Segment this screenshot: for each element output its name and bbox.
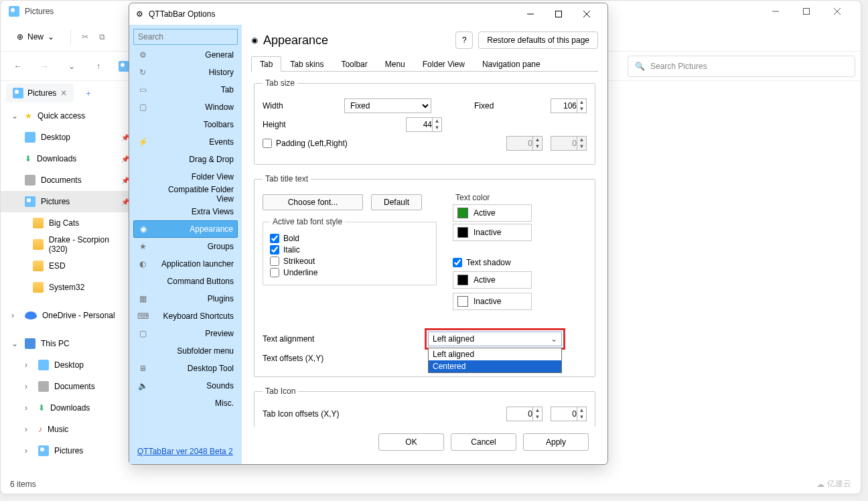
new-menu[interactable]: ⊕ New ⌄ (11, 29, 60, 44)
width-mode-select[interactable]: Fixed (344, 98, 431, 113)
close-button[interactable] (822, 1, 853, 21)
folder-icon (33, 239, 44, 250)
chevron-right-icon: › (25, 382, 33, 391)
italic-checkbox[interactable]: Italic (270, 245, 429, 255)
color-swatch-black (457, 275, 468, 285)
subtab-menu[interactable]: Menu (376, 56, 414, 72)
download-icon: ⬇ (25, 154, 31, 163)
tree-item[interactable]: Documents📌 (1, 169, 135, 191)
text-shadow-checkbox[interactable]: Text shadow (453, 258, 532, 267)
option-centered[interactable]: Centered (429, 360, 561, 372)
copy-icon[interactable]: ⧉ (99, 32, 105, 42)
icon-offset-y-spinner[interactable]: ▲▼ (551, 407, 587, 421)
tree-this-pc[interactable]: ⌄ This PC (1, 333, 135, 354)
restore-defaults-button[interactable]: Restore defaults of this page (478, 31, 598, 49)
tree-item-label: Downloads (50, 403, 90, 413)
pc-icon (25, 338, 35, 349)
category-sounds[interactable]: 🔈Sounds (133, 377, 238, 395)
dialog-maximize-button[interactable] (545, 5, 573, 23)
version-link[interactable]: QTTabBar ver 2048 Beta 2 (133, 443, 238, 460)
folder-icon (33, 261, 44, 271)
category-extra-views[interactable]: Extra Views (133, 203, 238, 220)
tab-size-group: Tab size Width Fixed Fixed ▲▼ Height ▲▼ (254, 78, 595, 165)
category-toolbars[interactable]: Toolbars (133, 116, 238, 133)
help-button[interactable]: ? (455, 31, 473, 49)
inactive-shadow-color[interactable]: Inactive (453, 293, 532, 310)
recent-button[interactable]: ⌄ (60, 54, 84, 78)
text-alignment-combobox[interactable]: Left aligned ⌄ (428, 332, 562, 346)
category-subfolder-menu[interactable]: Subfolder menu (133, 342, 238, 360)
back-button[interactable]: ← (6, 54, 30, 78)
category-application-launcher[interactable]: ◐Application launcher (133, 255, 238, 273)
category-misc-[interactable]: Misc. (133, 395, 238, 412)
category-history[interactable]: ↻History (133, 64, 238, 81)
category-window[interactable]: ▢Window (133, 98, 238, 116)
tree-item[interactable]: ›Documents (1, 376, 135, 397)
fixed-width-spinner[interactable]: ▲▼ (551, 98, 587, 113)
active-text-color[interactable]: Active (453, 204, 532, 222)
cancel-button[interactable]: Cancel (451, 433, 516, 451)
underline-checkbox[interactable]: Underline (270, 268, 429, 277)
subtabs: TabTab skinsToolbarMenuFolder ViewNaviga… (251, 54, 598, 72)
category-command-buttons[interactable]: Command Buttons (133, 273, 238, 290)
eye-icon: ◉ (251, 35, 258, 45)
default-font-button[interactable]: Default (371, 194, 422, 210)
option-left-aligned[interactable]: Left aligned (429, 348, 561, 360)
tree-item[interactable]: Pictures📌 (1, 191, 135, 212)
tree-item[interactable]: ⬇Downloads📌 (1, 148, 135, 169)
category-plugins[interactable]: ▦Plugins (133, 290, 238, 307)
height-spinner[interactable]: ▲▼ (406, 117, 442, 132)
category-desktop-tool[interactable]: 🖥Desktop Tool (133, 360, 238, 377)
category-events[interactable]: ⚡Events (133, 133, 238, 151)
tree-item[interactable]: ESD (1, 255, 135, 277)
tree-quick-access[interactable]: ⌄ ★ Quick access (1, 105, 135, 127)
tree-item[interactable]: System32 (1, 277, 135, 298)
cut-icon[interactable]: ✂ (82, 32, 88, 42)
tree-item-label: ESD (49, 261, 66, 271)
up-button[interactable]: ↑ (86, 54, 111, 78)
tree-item[interactable]: ›Desktop (1, 354, 135, 376)
sidebar-search[interactable] (133, 29, 238, 45)
subtab-navigation-pane[interactable]: Navigation pane (474, 56, 549, 72)
maximize-button[interactable] (791, 1, 822, 21)
dialog-minimize-button[interactable] (516, 5, 545, 23)
tree-item[interactable]: ›⬇Downloads (1, 397, 135, 419)
apply-button[interactable]: Apply (523, 433, 589, 451)
tree-item[interactable]: Drake - Scorpion (320) (1, 234, 135, 255)
search-input[interactable]: 🔍 Search Pictures (628, 56, 855, 77)
icon-offset-x-spinner[interactable]: ▲▼ (506, 407, 542, 421)
category-preview[interactable]: ▢Preview (133, 325, 238, 342)
category-general[interactable]: ⚙General (133, 46, 238, 64)
category-drag-drop[interactable]: Drag & Drop (133, 151, 238, 168)
subtab-tab-skins[interactable]: Tab skins (281, 56, 332, 72)
tree-onedrive[interactable]: › OneDrive - Personal (1, 305, 135, 326)
tree-item-label: Drake - Scorpion (320) (49, 235, 129, 254)
dialog-close-button[interactable] (573, 5, 601, 23)
choose-font-button[interactable]: Choose font... (263, 194, 363, 210)
tree-item[interactable]: ›♪Music (1, 419, 135, 440)
bold-checkbox[interactable]: Bold (270, 234, 429, 243)
category-tab[interactable]: ▭Tab (133, 81, 238, 98)
forward-button[interactable]: → (33, 54, 57, 78)
category-label: Window (205, 102, 234, 112)
subtab-toolbar[interactable]: Toolbar (332, 56, 376, 72)
category-keyboard-shortcuts[interactable]: ⌨Keyboard Shortcuts (133, 307, 238, 325)
document-icon (25, 175, 35, 186)
category-groups[interactable]: ★Groups (133, 238, 238, 255)
minimize-button[interactable] (760, 1, 791, 21)
tree-item[interactable]: ›Pictures (1, 440, 135, 461)
pictures-icon (119, 61, 129, 72)
category-folder-view[interactable]: Folder View (133, 168, 238, 186)
tree-item[interactable]: Desktop📌 (1, 127, 135, 148)
active-shadow-color[interactable]: Active (453, 271, 532, 289)
category-icon: ⚡ (137, 137, 148, 147)
subtab-tab[interactable]: Tab (251, 56, 281, 72)
tree-item[interactable]: Big Cats (1, 212, 135, 234)
category-appearance[interactable]: ◉Appearance (133, 220, 238, 238)
subtab-folder-view[interactable]: Folder View (414, 56, 474, 72)
padding-checkbox[interactable]: Padding (Left,Right) (263, 139, 348, 148)
ok-button[interactable]: OK (378, 433, 444, 451)
strikeout-checkbox[interactable]: Strikeout (270, 257, 429, 266)
inactive-text-color[interactable]: Inactive (453, 224, 532, 241)
category-compatible-folder-view[interactable]: Compatible Folder View (133, 186, 238, 203)
